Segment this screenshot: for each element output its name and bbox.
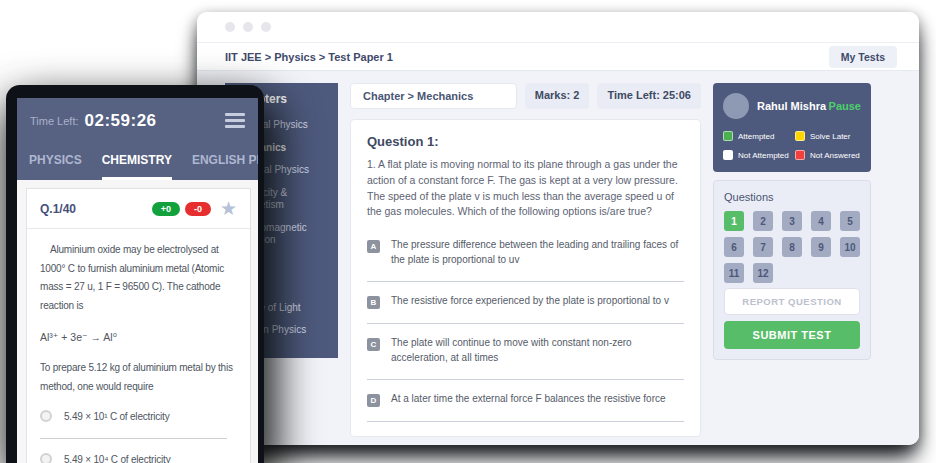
phone-question-paragraph-1: Aluminium oxide may be electrolysed at 1…: [40, 241, 237, 315]
question-number-grid: 1 2 3 4 5 6 7 8 9 10 11 12: [724, 211, 860, 283]
radio-icon[interactable]: [40, 410, 52, 422]
browser-window: IIT JEE > Physics > Test Paper 1 My Test…: [197, 12, 919, 445]
option-c[interactable]: C The plate will continue to move with c…: [367, 334, 684, 380]
questions-title: Questions: [724, 191, 860, 203]
question-tile-8[interactable]: 8: [782, 237, 802, 257]
attempted-swatch-icon: [723, 131, 733, 141]
negative-marks-badge: -0: [185, 202, 211, 216]
right-panel: Rahul Mishra Pause Attempted Solve Later: [713, 83, 871, 360]
menu-icon[interactable]: [225, 110, 245, 132]
phone-header: Time Left: 02:59:26: [17, 98, 258, 143]
option-c-text: The plate will continue to move with con…: [391, 336, 684, 365]
legend-solve-later: Solve Later: [795, 131, 861, 141]
phone-question-paragraph-2: To prepare 5.12 kg of aluminium metal by…: [40, 359, 237, 396]
subject-tabs: PHYSICS CHEMISTRY ENGLISH PROFICIENC: [17, 143, 258, 180]
marks-badge: Marks: 2: [525, 83, 590, 109]
question-tile-6[interactable]: 6: [724, 237, 744, 257]
window-dot-icon: [261, 22, 271, 32]
phone-option-1[interactable]: 5.49 × 10¹ C of electricity: [40, 396, 227, 439]
option-a-text: The pressure difference between the lead…: [391, 238, 684, 267]
status-legend: Attempted Solve Later Not Attempted: [723, 131, 861, 160]
browser-titlebar: [197, 12, 919, 42]
breadcrumb[interactable]: IIT JEE > Physics > Test Paper 1: [225, 51, 393, 63]
question-area: Chapter > Mechanics Marks: 2 Time Left: …: [350, 83, 701, 445]
question-header-bar: Chapter > Mechanics Marks: 2 Time Left: …: [350, 83, 701, 109]
bookmark-star-icon[interactable]: ★: [220, 199, 237, 218]
question-tile-9[interactable]: 9: [811, 237, 831, 257]
question-tile-11[interactable]: 11: [724, 263, 744, 283]
question-tile-10[interactable]: 10: [840, 237, 860, 257]
page-background: IIT JEE > Physics > Test Paper 1 My Test…: [0, 0, 936, 463]
option-b-badge: B: [367, 296, 380, 309]
question-heading: Question 1:: [367, 134, 684, 149]
option-d-text: At a later time the external force F bal…: [391, 392, 666, 407]
option-b[interactable]: B The resistive force experienced by the…: [367, 292, 684, 324]
user-card: Rahul Mishra Pause Attempted Solve Later: [713, 83, 871, 172]
option-d-badge: D: [367, 394, 380, 407]
question-tile-3[interactable]: 3: [782, 211, 802, 231]
chapter-breadcrumb: Chapter > Mechanics: [350, 83, 517, 109]
phone-question-header: Q.1/40 +0 -0 ★: [27, 189, 250, 229]
tab-english-proficiency[interactable]: ENGLISH PROFICIENC: [192, 143, 258, 180]
tab-chemistry[interactable]: CHEMISTRY: [102, 143, 172, 180]
option-a-badge: A: [367, 240, 380, 253]
question-counter: Q.1/40: [40, 202, 147, 216]
avatar: [723, 93, 749, 119]
phone-question-card: Q.1/40 +0 -0 ★ Aluminium oxide may be el…: [26, 188, 251, 463]
submit-test-button[interactable]: SUBMIT TEST: [724, 321, 860, 349]
tab-physics[interactable]: PHYSICS: [29, 143, 82, 180]
phone-option-2[interactable]: 5.49 × 10⁴ C of electricity: [40, 439, 227, 463]
phone-time-label: Time Left:: [30, 115, 79, 127]
pause-button[interactable]: Pause: [829, 100, 861, 112]
question-card: Question 1: 1. A flat plate is moving no…: [350, 119, 701, 437]
radio-icon[interactable]: [40, 453, 52, 463]
positive-marks-badge: +0: [152, 202, 180, 216]
time-left-badge: Time Left: 25:06: [597, 83, 701, 109]
question-tile-2[interactable]: 2: [753, 211, 773, 231]
option-b-text: The resistive force experienced by the p…: [391, 294, 669, 309]
phone-app: Time Left: 02:59:26 PHYSICS CHEMISTRY EN…: [17, 98, 258, 463]
not-answered-swatch-icon: [795, 150, 805, 160]
phone-question-body: Aluminium oxide may be electrolysed at 1…: [27, 229, 250, 463]
option-a[interactable]: A The pressure difference between the le…: [367, 236, 684, 282]
question-tile-5[interactable]: 5: [840, 211, 860, 231]
question-text: 1. A flat plate is moving normal to its …: [367, 157, 684, 220]
option-d[interactable]: D At a later time the external force F b…: [367, 390, 684, 422]
user-name: Rahul Mishra: [757, 100, 829, 112]
breadcrumb-bar: IIT JEE > Physics > Test Paper 1 My Test…: [197, 42, 919, 71]
cathode-reaction-formula: Al³⁺ + 3e⁻ → Al⁰: [40, 331, 237, 343]
solve-later-swatch-icon: [795, 131, 805, 141]
window-dot-icon: [225, 22, 235, 32]
phone-mockup: Time Left: 02:59:26 PHYSICS CHEMISTRY EN…: [6, 85, 264, 463]
report-question-button[interactable]: REPORT QUESTION: [724, 288, 860, 315]
question-tile-1[interactable]: 1: [724, 211, 744, 231]
not-attempted-swatch-icon: [723, 150, 733, 160]
legend-not-answered: Not Answered: [795, 150, 861, 160]
test-player-content: Chapters General Physics Mechanics Therm…: [197, 71, 919, 445]
questions-palette: Questions 1 2 3 4 5 6 7 8 9 10 11 12: [713, 180, 871, 360]
legend-not-attempted: Not Attempted: [723, 150, 789, 160]
question-tile-4[interactable]: 4: [811, 211, 831, 231]
option-c-badge: C: [367, 338, 380, 351]
window-dot-icon: [243, 22, 253, 32]
user-row: Rahul Mishra Pause: [723, 93, 861, 119]
question-tile-7[interactable]: 7: [753, 237, 773, 257]
phone-time-value: 02:59:26: [85, 111, 226, 131]
legend-attempted: Attempted: [723, 131, 789, 141]
question-tile-12[interactable]: 12: [753, 263, 773, 283]
my-tests-button[interactable]: My Tests: [829, 46, 897, 68]
